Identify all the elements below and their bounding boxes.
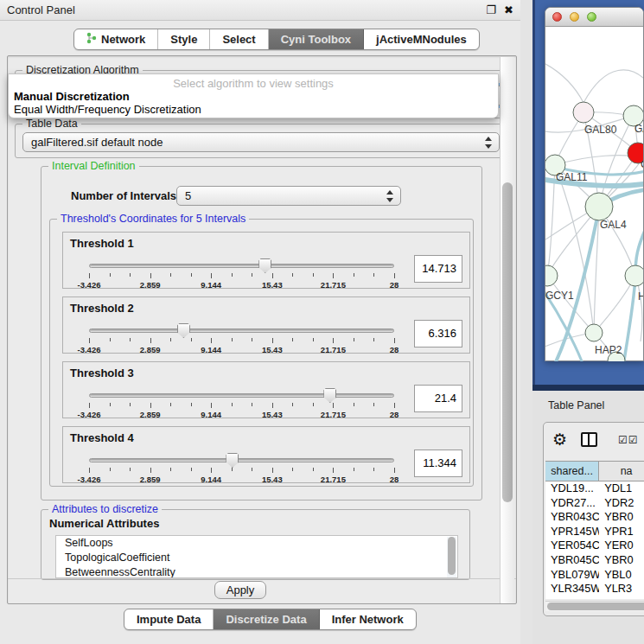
threshold-slider[interactable]: -3.4262.8599.14415.4321.71528	[89, 328, 394, 334]
tab-impute-data[interactable]: Impute Data	[124, 609, 214, 629]
table-cell: YBL079W	[545, 568, 599, 583]
slider-tick	[110, 468, 111, 471]
table-row[interactable]: YBL079WYBL0	[545, 568, 644, 583]
slider-track[interactable]	[89, 264, 394, 268]
node-gal80[interactable]	[573, 102, 594, 123]
table-cell: YIL052C	[545, 596, 599, 599]
apply-button[interactable]: Apply	[214, 581, 266, 599]
gear-icon[interactable]: ⚙	[552, 430, 567, 450]
tab-style[interactable]: Style	[158, 29, 210, 49]
node-table[interactable]: shared...naYDL19...YDL1YDR27...YDR2YBR04…	[545, 461, 644, 599]
edge[interactable]	[623, 276, 635, 361]
close-icon[interactable]: ✖	[504, 3, 513, 16]
slider-tick	[232, 403, 233, 406]
slider-track[interactable]	[89, 328, 394, 333]
slider-track[interactable]	[89, 393, 394, 398]
table-cell: YPR145W	[545, 525, 599, 539]
table-row[interactable]: YDR27...YDR2	[545, 496, 644, 511]
edge[interactable]	[545, 61, 583, 103]
threshold-value-field[interactable]: 21.4	[414, 385, 462, 412]
node-gal4[interactable]	[585, 193, 613, 220]
tab-jactivemnodules[interactable]: jActiveMNodules	[364, 29, 479, 49]
threshold-slider[interactable]: -3.4262.8599.14415.4321.71528	[89, 458, 394, 463]
attribute-item-selfloops[interactable]: SelfLoops	[56, 536, 457, 551]
interval-definition-label: Interval Definition	[48, 160, 139, 172]
numerical-attributes-list[interactable]: SelfLoopsTopologicalCoefficientBetweenne…	[55, 535, 458, 578]
attribute-item-betweennesscentrality[interactable]: BetweennessCentrality	[56, 565, 457, 578]
tab-network[interactable]: Network	[74, 29, 158, 49]
slider-thumb[interactable]	[258, 258, 271, 273]
slider-tick	[292, 338, 293, 341]
threshold-value-field[interactable]: 6.316	[414, 320, 462, 348]
slider-thumb[interactable]	[323, 388, 336, 403]
panel-scrollbar[interactable]	[500, 57, 514, 603]
slider-tick	[292, 403, 293, 406]
network-canvas[interactable]: GAL80GACGAL11GAL4GCY1HAHAP2	[545, 27, 643, 361]
network-view-window[interactable]: GAL80GACGAL11GAL4GCY1HAHAP2	[545, 7, 644, 361]
spinner-arrows-icon	[386, 190, 394, 202]
threshold-slider[interactable]: -3.4262.8599.14415.4321.71528	[89, 264, 394, 269]
table-row[interactable]: YBR043CYBR0	[545, 510, 644, 525]
node-h-node[interactable]	[625, 265, 643, 286]
algorithm-option-equal-width-frequency-discretization[interactable]: Equal Width/Frequency Discretization	[14, 103, 201, 116]
table-row[interactable]: YBR045CYBR0	[545, 553, 644, 568]
slider-tick	[394, 468, 395, 473]
threshold-value-field[interactable]: 14.713	[414, 255, 462, 283]
slider-tick	[333, 273, 334, 278]
panel-scrollbar-thumb[interactable]	[502, 182, 513, 502]
slider-tick	[211, 403, 212, 408]
table-cell: YBR043C	[545, 510, 599, 525]
slider-tick	[130, 273, 131, 277]
desktop-edge	[532, 0, 535, 391]
slider-thumb[interactable]	[226, 453, 239, 468]
checkboxes-icon[interactable]: ☑☑	[618, 434, 639, 446]
algorithm-option-manual-discretization[interactable]: Manual Discretization	[14, 90, 130, 103]
top-tabstrip: NetworkStyleSelectCyni ToolboxjActiveMNo…	[73, 29, 480, 50]
slider-thumb[interactable]	[177, 323, 190, 338]
slider-tick	[211, 338, 212, 343]
slider-tick	[373, 468, 374, 471]
table-row[interactable]: YDL19...YDL1	[545, 481, 644, 496]
table-row[interactable]: YIL052CYIL0	[545, 596, 644, 599]
slider-tick	[89, 403, 90, 408]
node-label: GAL11	[556, 171, 588, 183]
table-hscrollbar-thumb[interactable]	[547, 603, 644, 610]
node-hap2[interactable]	[585, 324, 603, 341]
num-intervals-spinner[interactable]: 5	[176, 186, 401, 206]
node-label: HAP2	[595, 344, 622, 356]
column-header-na[interactable]: na	[599, 462, 644, 481]
table-data-group: Table Data galFiltered.sif default node	[15, 124, 511, 158]
tab-cyni-toolbox[interactable]: Cyni Toolbox	[269, 29, 364, 49]
slider-tick	[150, 468, 151, 473]
attributes-scrollbar-thumb[interactable]	[448, 537, 456, 575]
network-window-titlebar[interactable]	[545, 8, 643, 27]
threshold-value-field[interactable]: 11.344	[414, 450, 462, 477]
slider-tick	[292, 468, 293, 471]
table-row[interactable]: YER054CYER0	[545, 539, 644, 553]
slider-tick	[354, 468, 354, 471]
slider-tick-label: 9.144	[201, 410, 221, 419]
edge[interactable]	[583, 70, 643, 103]
float-window-icon[interactable]: ❐	[486, 3, 496, 16]
zoom-traffic-light-icon[interactable]	[587, 12, 596, 22]
slider-tick	[232, 338, 233, 341]
threshold-panel-2: Threshold 2-3.4262.8599.14415.4321.71528…	[62, 296, 470, 354]
close-traffic-light-icon[interactable]	[552, 12, 562, 22]
algorithm-hint: Select algorithm to view settings	[9, 77, 498, 90]
tab-discretize-data[interactable]: Discretize Data	[214, 609, 319, 629]
tab-infer-network[interactable]: Infer Network	[320, 609, 416, 629]
attributes-scrollbar[interactable]	[447, 537, 456, 578]
attribute-item-topologicalcoefficient[interactable]: TopologicalCoefficient	[56, 551, 457, 565]
columns-icon[interactable]	[581, 432, 597, 447]
table-row[interactable]: YPR145WYPR1	[545, 525, 644, 539]
threshold-slider[interactable]: -3.4262.8599.14415.4321.71528	[89, 393, 394, 399]
table-row[interactable]: YLR345WYLR3	[545, 582, 644, 596]
column-header-shared-[interactable]: shared...	[545, 462, 599, 481]
slider-track[interactable]	[89, 458, 394, 462]
table-hscrollbar[interactable]	[545, 601, 644, 611]
minimize-traffic-light-icon[interactable]	[570, 12, 579, 22]
table-data-combobox[interactable]: galFiltered.sif default node	[22, 132, 500, 152]
tab-select[interactable]: Select	[210, 29, 268, 49]
node-gcy1[interactable]	[545, 265, 558, 286]
threshold-panel-1: Threshold 1-3.4262.8599.14415.4321.71528…	[62, 232, 470, 289]
